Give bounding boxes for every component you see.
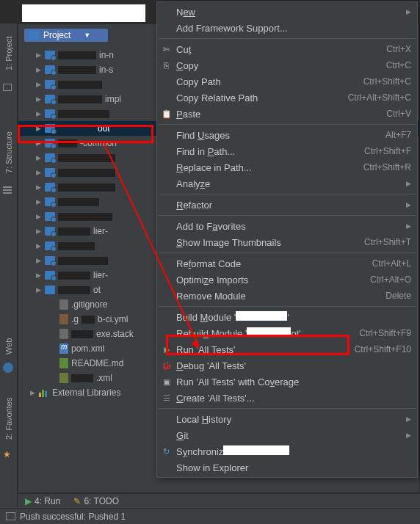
- whiteout: [223, 445, 289, 455]
- module-icon: [45, 124, 55, 133]
- ctx-copy-path[interactable]: Copy PathCtrl+Shift+C: [157, 73, 417, 90]
- menu-separator: [159, 306, 416, 307]
- rail-label: 1: Project: [4, 37, 13, 70]
- todo-tool-button[interactable]: ✎6: TODO: [73, 496, 119, 506]
- module-icon: [45, 80, 55, 89]
- panel-title: Project: [43, 30, 70, 40]
- copy-icon: ⎘: [161, 60, 172, 71]
- module-icon: [45, 197, 55, 206]
- ctx-remove-module[interactable]: Remove ModuleDelete: [157, 288, 417, 304]
- module-icon: [45, 256, 55, 265]
- ctx-copy-relative-path[interactable]: Copy Relative PathCtrl+Alt+Shift+C: [157, 90, 417, 106]
- obscured-text: [58, 51, 96, 59]
- submenu-arrow-icon: ▶: [406, 415, 411, 423]
- rail-label: 2: Favorites: [4, 397, 13, 439]
- menu-separator: [159, 124, 416, 125]
- menu-separator: [159, 215, 416, 216]
- module-icon: [45, 139, 55, 148]
- left-tool-rail: 1: Project 7: Structure Web 2: Favorites…: [0, 23, 18, 524]
- star-icon: ★: [3, 449, 15, 461]
- project-rail-icon: [3, 84, 15, 95]
- maven-file-icon: [59, 343, 68, 354]
- ctx-optimize-imports[interactable]: Optimize ImportsCtrl+Alt+O: [157, 272, 417, 288]
- todo-icon: ✎: [73, 496, 81, 506]
- whiteout: [247, 327, 291, 337]
- ctx-git[interactable]: Git▶: [157, 427, 417, 443]
- ctx-refactor[interactable]: Refactor▶: [157, 197, 417, 213]
- ctx-add-framework[interactable]: Add Framework Support...: [157, 20, 417, 36]
- rail-label: 7: Structure: [4, 132, 13, 174]
- run-tool-button[interactable]: ▶4: Run: [25, 496, 60, 506]
- menu-separator: [159, 194, 416, 194]
- whiteout: [236, 311, 287, 321]
- ctx-paste[interactable]: 📋PasteCtrl+V: [157, 106, 417, 122]
- whiteout-top: [22, 4, 145, 22]
- ctx-find-in-path[interactable]: Find in Path...Ctrl+Shift+F: [157, 143, 417, 159]
- ctx-synchronize[interactable]: ↻Synchroniz: [157, 443, 417, 459]
- play-icon: ▶: [25, 496, 32, 506]
- ctx-build-module[interactable]: Build Module '': [157, 309, 417, 325]
- status-text: Push successful: Pushed 1: [20, 512, 126, 522]
- ctx-find-usages[interactable]: Find UsagesAlt+F7: [157, 127, 417, 143]
- xml-file-icon: [59, 373, 68, 383]
- submenu-arrow-icon: ▶: [406, 8, 411, 15]
- module-icon: [45, 227, 55, 236]
- ctx-run-coverage[interactable]: ▣Run 'All Tests' with Coverage: [157, 374, 417, 390]
- clipboard-icon: 📋: [161, 109, 172, 120]
- context-menu: New▶ Add Framework Support... ✄CutCtrl+X…: [156, 1, 418, 478]
- submenu-arrow-icon: ▶: [406, 201, 411, 208]
- sync-icon: ↻: [161, 446, 172, 457]
- ctx-debug[interactable]: 🐞Debug 'All Tests': [157, 357, 417, 374]
- submenu-arrow-icon: ▶: [406, 222, 411, 230]
- tool-windows-icon[interactable]: [6, 512, 15, 520]
- project-view-dropdown[interactable]: Project ▼: [24, 29, 108, 42]
- ctx-new[interactable]: New▶: [157, 4, 417, 20]
- ctx-rebuild-module[interactable]: Rebuild Module 'ot'Ctrl+Shift+F9: [157, 325, 417, 341]
- module-icon: [45, 168, 55, 177]
- module-icon: [45, 65, 55, 74]
- menu-separator: [159, 252, 416, 253]
- rail-label: Web: [4, 338, 13, 354]
- chevron-down-icon: ▼: [84, 32, 90, 39]
- status-bar: Push successful: Pushed 1: [0, 508, 420, 524]
- ctx-create-tests[interactable]: ☰Create 'All Tests'...: [157, 390, 417, 406]
- submenu-arrow-icon: ▶: [406, 180, 411, 187]
- shield-icon: ▣: [161, 376, 172, 387]
- menu-separator: [159, 38, 416, 39]
- tool-window-bar: ▶4: Run ✎6: TODO: [18, 493, 420, 508]
- ctx-analyze[interactable]: Analyze▶: [157, 175, 417, 192]
- ctx-add-favorites[interactable]: Add to Favorites▶: [157, 218, 417, 234]
- config-icon: ☰: [161, 393, 172, 404]
- libraries-icon: [39, 388, 49, 397]
- ctx-show-thumbnails[interactable]: Show Image ThumbnailsCtrl+Shift+T: [157, 234, 417, 250]
- play-icon: ▶: [161, 344, 172, 355]
- ctx-replace-in-path[interactable]: Replace in Path...Ctrl+Shift+R: [157, 159, 417, 175]
- module-icon: [45, 241, 55, 250]
- folder-icon: [45, 285, 55, 294]
- rail-web-tab[interactable]: Web: [0, 332, 18, 361]
- ctx-reformat[interactable]: Reformat CodeCtrl+Alt+L: [157, 255, 417, 272]
- menu-separator: [159, 408, 416, 409]
- module-icon: [45, 183, 55, 192]
- bug-icon: 🐞: [161, 360, 172, 371]
- module-icon: [45, 51, 55, 59]
- ctx-show-explorer[interactable]: Show in Explorer: [157, 459, 417, 476]
- structure-rail-icon: [3, 186, 15, 198]
- rail-favorites-tab[interactable]: 2: Favorites: [0, 390, 18, 446]
- md-file-icon: [59, 358, 68, 368]
- ctx-run[interactable]: ▶Run 'All Tests'Ctrl+Shift+F10: [157, 341, 417, 357]
- module-icon: [45, 95, 55, 103]
- rail-project-tab[interactable]: 1: Project: [0, 28, 18, 79]
- ctx-cut[interactable]: ✄CutCtrl+X: [157, 41, 417, 57]
- module-icon: [45, 271, 55, 280]
- file-icon: [59, 329, 68, 339]
- scissors-icon: ✄: [161, 44, 172, 55]
- ctx-copy[interactable]: ⎘CopyCtrl+C: [157, 57, 417, 73]
- submenu-arrow-icon: ▶: [406, 432, 411, 439]
- ctx-local-history[interactable]: Local History▶: [157, 411, 417, 427]
- globe-icon: [3, 363, 15, 374]
- module-icon: [45, 212, 55, 221]
- module-icon: [45, 109, 55, 118]
- rail-structure-tab[interactable]: 7: Structure: [0, 123, 18, 182]
- folder-icon: [29, 31, 39, 40]
